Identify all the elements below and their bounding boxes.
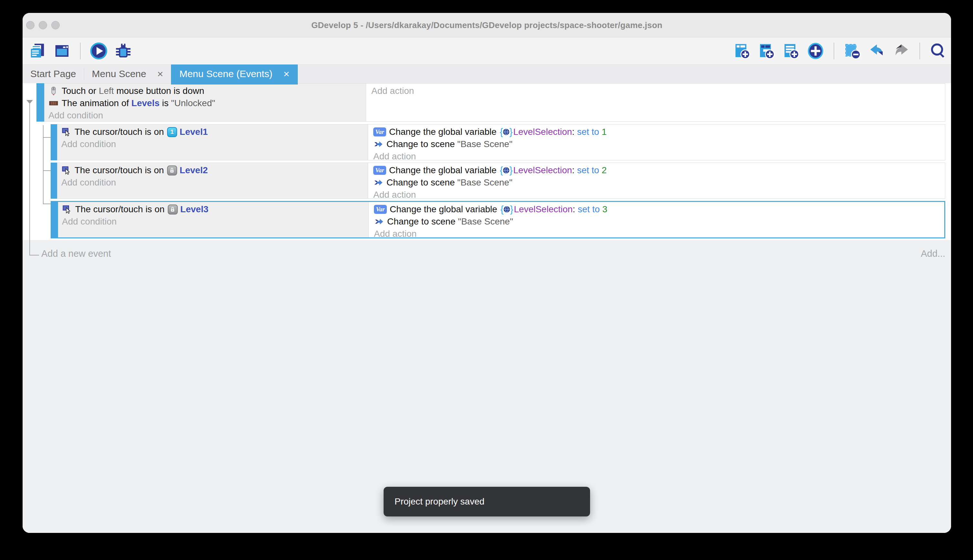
toolbar-left [28, 42, 132, 60]
add-action-button[interactable]: Add action [372, 85, 945, 97]
add-action-button[interactable]: Add action [374, 228, 944, 240]
scene-editor-icon[interactable] [53, 42, 71, 60]
add-action-button[interactable]: Add action [373, 150, 945, 163]
add-new-event-button[interactable]: Add a new event [41, 248, 111, 259]
global-variable-icon: {} [500, 205, 513, 214]
gdevelop-window: GDevelop 5 - /Users/dkarakay/Documents/G… [23, 13, 951, 533]
toolbar-separator [834, 43, 834, 59]
search-icon[interactable] [929, 42, 947, 60]
event-row-level2[interactable]: The cursor/touch is on Level2 Add condit… [51, 163, 945, 199]
tab-label: Menu Scene (Events) [179, 68, 272, 79]
action-change-scene[interactable]: Change to scene "Base Scene" [373, 138, 945, 150]
action-change-scene[interactable]: Change to scene "Base Scene" [374, 215, 944, 228]
conditions-pane: The cursor/touch is on Level2 Add condit… [57, 163, 368, 198]
change-scene-arrow-icon [374, 217, 384, 227]
variable-icon: Var [374, 205, 387, 214]
lock-icon [168, 205, 178, 215]
minimize-button[interactable] [39, 21, 47, 29]
condition-cursor-on[interactable]: The cursor/touch is on Level3 [62, 203, 368, 215]
add-circle-icon[interactable] [806, 42, 825, 60]
redo-icon[interactable] [892, 42, 910, 60]
add-condition-button[interactable]: Add condition [62, 215, 368, 228]
condition-cursor-on[interactable]: The cursor/touch is on Level2 [61, 164, 368, 177]
actions-pane: Var Change the global variable {} LevelS… [368, 125, 945, 160]
event-row-level3[interactable]: The cursor/touch is on Level3 Add condit… [51, 201, 945, 238]
action-set-global-variable[interactable]: Var Change the global variable {} LevelS… [373, 126, 945, 138]
close-tab-icon[interactable]: × [283, 69, 289, 79]
debug-icon[interactable] [114, 42, 132, 60]
change-scene-arrow-icon [373, 177, 383, 188]
add-condition-button[interactable]: Add condition [61, 138, 368, 150]
tab-menu-scene-events[interactable]: Menu Scene (Events) × [171, 65, 298, 83]
add-comment-icon[interactable] [782, 42, 800, 60]
toast-notification: Project properly saved [383, 487, 590, 517]
tree-line [29, 255, 39, 255]
event-row-level1[interactable]: The cursor/touch is on 1 Level1 Add cond… [51, 124, 945, 160]
actions-pane: Var Change the global variable {} LevelS… [368, 163, 945, 198]
tab-menu-scene[interactable]: Menu Scene × [84, 65, 171, 83]
global-variable-icon: {} [500, 127, 513, 137]
undo-icon[interactable] [868, 42, 886, 60]
lock-icon [167, 165, 177, 175]
condition-cursor-on[interactable]: The cursor/touch is on 1 Level1 [61, 126, 368, 138]
toast-message: Project properly saved [395, 497, 485, 507]
tab-bar: Start Page Menu Scene × Menu Scene (Even… [23, 65, 951, 83]
tab-label: Menu Scene [92, 68, 146, 79]
mouse-icon [48, 86, 59, 96]
tree-line [43, 137, 51, 138]
add-condition-button[interactable]: Add condition [61, 177, 368, 189]
delete-event-icon[interactable] [843, 42, 861, 60]
conditions-pane: Touch or Left mouse button is down The a… [45, 83, 366, 121]
cursor-on-object-icon [61, 165, 72, 175]
actions-pane: Var Change the global variable {} LevelS… [369, 202, 944, 237]
toolbar-separator [920, 43, 920, 59]
add-subevent-icon[interactable] [758, 42, 776, 60]
action-set-global-variable[interactable]: Var Change the global variable {} LevelS… [373, 164, 945, 177]
play-icon[interactable] [90, 42, 108, 60]
events-sheet: Touch or Left mouse button is down The a… [23, 83, 951, 533]
window-title: GDevelop 5 - /Users/dkarakay/Documents/G… [23, 13, 951, 37]
window-controls [26, 21, 60, 29]
actions-pane: Add action [366, 83, 945, 121]
tree-line [43, 170, 51, 171]
titlebar: GDevelop 5 - /Users/dkarakay/Documents/G… [23, 13, 951, 37]
event-indent-bar [51, 124, 57, 160]
zoom-button[interactable] [51, 21, 60, 29]
event-row-main[interactable]: Touch or Left mouse button is down The a… [37, 83, 945, 122]
toolbar [23, 37, 951, 65]
close-tab-icon[interactable]: × [157, 69, 163, 79]
action-set-global-variable[interactable]: Var Change the global variable {} LevelS… [374, 203, 944, 215]
change-scene-arrow-icon [373, 139, 383, 149]
conditions-pane: The cursor/touch is on 1 Level1 Add cond… [57, 125, 368, 160]
condition-animation[interactable]: The animation of Levels is "Unlocked" [48, 97, 366, 109]
tree-line [43, 203, 51, 204]
cursor-on-object-icon [61, 127, 72, 137]
global-variable-icon: {} [500, 165, 513, 175]
conditions-pane: The cursor/touch is on Level3 Add condit… [58, 202, 369, 237]
tab-label: Start Page [30, 68, 76, 79]
add-event-icon[interactable] [733, 42, 751, 60]
event-indent-bar [51, 201, 57, 238]
action-change-scene[interactable]: Change to scene "Base Scene" [373, 177, 945, 189]
event-indent-bar [51, 163, 57, 199]
tab-start-page[interactable]: Start Page [23, 65, 84, 83]
condition-mouse-down[interactable]: Touch or Left mouse button is down [48, 85, 366, 97]
project-manager-icon[interactable] [28, 42, 47, 60]
event-indent-bar [37, 83, 44, 122]
add-action-button[interactable]: Add action [373, 189, 945, 201]
variable-icon: Var [373, 166, 386, 175]
animation-icon [48, 98, 59, 108]
variable-icon: Var [373, 127, 386, 137]
close-button[interactable] [26, 21, 35, 29]
cursor-on-object-icon [62, 204, 72, 215]
add-more-button[interactable]: Add... [921, 248, 945, 259]
object-thumbnail-level1: 1 [167, 127, 177, 137]
add-condition-button[interactable]: Add condition [48, 109, 366, 122]
toolbar-right [733, 42, 947, 60]
toolbar-separator [80, 43, 81, 59]
tree-line [29, 103, 30, 255]
